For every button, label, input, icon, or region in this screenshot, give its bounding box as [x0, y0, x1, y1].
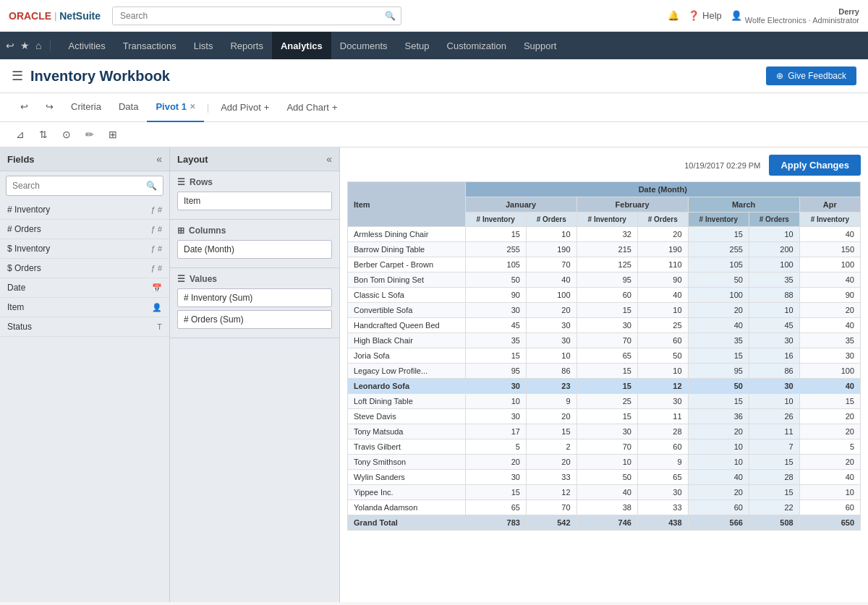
table-row: Bon Tom Dining Set 50 40 95 90 50 35 40 [348, 273, 861, 288]
mar-ord-cell: 26 [749, 409, 799, 424]
feb-inv-cell: 70 [576, 439, 637, 455]
mar-ord-cell: 10 [749, 227, 799, 242]
mar-inv-header: # Inventory [688, 213, 749, 227]
tab-pivot1[interactable]: Pivot 1 ✕ [147, 93, 204, 122]
nav-item-analytics[interactable]: Analytics [272, 32, 331, 59]
sort-button[interactable]: ⇅ [35, 126, 52, 142]
mar-inv-cell: 95 [688, 364, 749, 379]
nav-item-setup[interactable]: Setup [396, 32, 438, 59]
mar-inv-cell: 10 [688, 439, 749, 455]
refresh-button[interactable]: ⊙ [58, 126, 75, 142]
jan-inv-cell: 17 [465, 424, 526, 439]
field-item-item[interactable]: Item 👤 [0, 298, 169, 317]
layout-panel: Layout « ☰ Rows Item ⊞ Columns Date (Mon… [170, 147, 340, 602]
field-item-date[interactable]: Date 📅 [0, 278, 169, 298]
apr-inv-cell: 40 [799, 318, 860, 333]
jan-header: January [465, 197, 576, 213]
tab-undo[interactable]: ↩ [12, 93, 37, 122]
help-button[interactable]: ❓ Help [688, 10, 722, 21]
item-cell: Loft Dining Table [348, 394, 466, 409]
pivot-tbody: Armless Dining Chair 15 10 32 20 15 10 4… [348, 227, 861, 531]
apr-inv-cell: 40 [799, 227, 860, 242]
mar-ord-cell: 15 [749, 455, 799, 470]
nav-bar: ↩ ★ ⌂ Activities Transactions Lists Repo… [0, 32, 868, 59]
nav-item-customization[interactable]: Customization [438, 32, 515, 59]
pivot-table-wrap[interactable]: Item Date (Month) January February March… [347, 181, 861, 593]
fields-search-input[interactable] [12, 181, 146, 191]
nav-item-transactions[interactable]: Transactions [114, 32, 185, 59]
mar-ord-cell: 10 [749, 394, 799, 409]
nav-item-support[interactable]: Support [515, 32, 566, 59]
feb-inv-cell: 40 [576, 485, 637, 500]
field-item-status[interactable]: Status T [0, 317, 169, 337]
grand-total-row: Grand Total 783 542 746 438 566 508 650 [348, 515, 861, 531]
page-title: Inventory Workbook [30, 68, 170, 85]
nav-icons: ↩ ★ ⌂ [6, 40, 51, 51]
field-fx-icon: ƒ # [151, 264, 162, 273]
star-icon[interactable]: ★ [20, 40, 30, 51]
apply-changes-button[interactable]: Apply Changes [769, 155, 861, 176]
notifications-button[interactable]: 🔔 [668, 10, 679, 21]
logo-netsuite: NetSuite [59, 10, 101, 22]
tab-add-chart[interactable]: Add Chart + [278, 96, 346, 119]
item-cell: Barrow Dining Table [348, 242, 466, 257]
apr-inv-cell: 20 [799, 455, 860, 470]
gt-apr-inv: 650 [799, 515, 860, 531]
feb-inv-cell: 215 [576, 242, 637, 257]
layout-panel-collapse[interactable]: « [326, 153, 332, 165]
field-fx-icon: ƒ # [151, 225, 162, 233]
feb-ord-cell: 30 [637, 485, 688, 500]
feb-ord-cell: 90 [637, 273, 688, 288]
user-button[interactable]: 👤 Derry Wolfe Electronics · Administrato… [731, 7, 859, 25]
nav-item-documents[interactable]: Documents [331, 32, 396, 59]
jan-inv-cell: 35 [465, 333, 526, 348]
tab-redo[interactable]: ↪ [37, 93, 62, 122]
tab-add-pivot[interactable]: Add Pivot + [212, 96, 278, 119]
layout-val-item[interactable]: # Inventory (Sum) [177, 288, 332, 307]
layout-rows-items: Item [177, 192, 332, 210]
layout-rows-title: ☰ Rows [177, 177, 332, 187]
apr-inv-cell: 35 [799, 333, 860, 348]
apr-inv-cell: 40 [799, 379, 860, 394]
gt-jan-inv: 783 [465, 515, 526, 531]
mar-inv-cell: 50 [688, 379, 749, 394]
nav-item-activities[interactable]: Activities [59, 32, 114, 59]
table-row: Armless Dining Chair 15 10 32 20 15 10 4… [348, 227, 861, 242]
field-item---inventory[interactable]: # Inventory ƒ # [0, 200, 169, 220]
layout-val-item[interactable]: # Orders (Sum) [177, 310, 332, 329]
home-icon[interactable]: ⌂ [35, 40, 41, 51]
tab-criteria[interactable]: Criteria [62, 93, 110, 122]
feb-inv-cell: 38 [576, 500, 637, 515]
tab-pivot1-close[interactable]: ✕ [190, 103, 195, 111]
fields-panel-collapse[interactable]: « [156, 153, 162, 165]
mar-ord-cell: 15 [749, 485, 799, 500]
filter-button[interactable]: ⊿ [12, 126, 29, 142]
apr-inv-cell: 100 [799, 257, 860, 273]
item-cell: High Black Chair [348, 333, 466, 348]
feedback-icon: ⊕ [776, 71, 783, 81]
back-icon[interactable]: ↩ [6, 40, 14, 51]
jan-inv-cell: 30 [465, 409, 526, 424]
field-item---orders[interactable]: $ Orders ƒ # [0, 259, 169, 278]
edit-button[interactable]: ✏ [81, 126, 98, 142]
layout-row-item[interactable]: Item [177, 192, 332, 210]
jan-ord-header: # Orders [526, 213, 576, 227]
feedback-button[interactable]: ⊕ Give Feedback [766, 66, 856, 85]
feb-ord-cell: 12 [637, 379, 688, 394]
apr-inv-cell: 100 [799, 364, 860, 379]
nav-item-lists[interactable]: Lists [185, 32, 222, 59]
field-item---orders[interactable]: # Orders ƒ # [0, 220, 169, 239]
apr-inv-cell: 20 [799, 303, 860, 318]
menu-icon[interactable]: ☰ [12, 68, 23, 84]
item-cell: Classic L Sofa [348, 288, 466, 303]
nav-item-reports[interactable]: Reports [221, 32, 272, 59]
tab-data[interactable]: Data [110, 93, 147, 122]
mar-inv-cell: 15 [688, 348, 749, 364]
layout-col-item[interactable]: Date (Month) [177, 240, 332, 259]
export-button[interactable]: ⊞ [104, 126, 122, 142]
feb-inv-cell: 15 [576, 303, 637, 318]
jan-ord-cell: 23 [526, 379, 576, 394]
jan-ord-cell: 70 [526, 257, 576, 273]
search-input[interactable] [112, 7, 401, 25]
field-item---inventory[interactable]: $ Inventory ƒ # [0, 239, 169, 259]
